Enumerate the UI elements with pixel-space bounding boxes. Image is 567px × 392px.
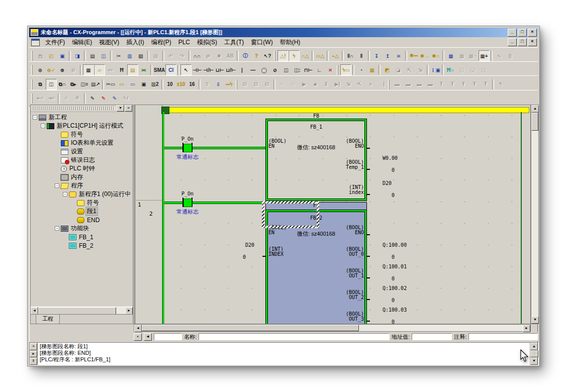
new-instruction-2-tool-button[interactable]: ◫: — [292, 64, 303, 75]
menu-item[interactable]: 窗口(W) — [247, 37, 276, 48]
align-list-button[interactable]: ≡ — [61, 93, 72, 104]
context-help-button[interactable]: ↖? — [262, 50, 273, 61]
binary-view-button[interactable]: ▥2 — [149, 79, 160, 90]
corner-tool-button[interactable]: ∟ — [314, 64, 325, 75]
drag-grip[interactable] — [32, 107, 115, 110]
tree-item[interactable]: 错误日志 — [31, 156, 133, 164]
scrollbar-thumb[interactable] — [142, 325, 359, 331]
expand-collapse-icon[interactable]: - — [55, 226, 59, 231]
tree-item[interactable]: FB_2 — [31, 241, 133, 250]
new-fb-invocation-tool-button[interactable]: ⊓⊢ — [303, 64, 314, 75]
tree-item[interactable]: 设置 — [31, 147, 133, 156]
copy-button[interactable]: ▥ — [124, 50, 135, 61]
scroll-left-button[interactable]: ◄ — [31, 307, 38, 315]
select-tool-button[interactable]: ↖ — [180, 64, 192, 75]
step-out-button[interactable]: ⇱ — [354, 79, 365, 90]
name-input[interactable] — [199, 333, 390, 340]
print-preview-button[interactable]: ◫ — [98, 50, 109, 61]
paste-button[interactable]: ▧ — [135, 50, 146, 61]
simulator-window-3-button[interactable]: ⊟ — [261, 79, 272, 90]
new-or-contact-tool-button[interactable]: ⊔⊢ — [214, 64, 225, 75]
fb-verify-button[interactable]: ✱∩ — [430, 50, 441, 61]
tree-item[interactable]: - 新PLC1[CP1H] 运行模式 — [31, 122, 133, 130]
show-symbol-bar-button[interactable]: ▤ — [127, 64, 138, 75]
set-on-button[interactable]: ⇱ — [404, 64, 415, 75]
symbol-comment-view-button[interactable]: CI — [165, 64, 176, 75]
monitor-button[interactable]: ϟ — [289, 50, 300, 61]
step-run-button[interactable]: ▶| — [332, 79, 343, 90]
rung-comment-edit-button[interactable]: ▣ — [138, 79, 149, 90]
show-rung-list-button[interactable]: ≔ — [105, 64, 116, 75]
tab-project[interactable]: 工程 — [36, 315, 60, 324]
scroll-left-button[interactable]: ◄ — [134, 325, 142, 332]
menu-item[interactable]: PLC — [175, 38, 194, 47]
mb-monitor-4-button[interactable]: ▬ — [425, 79, 436, 90]
force-on-button[interactable]: ◩ — [382, 64, 393, 75]
pin-operand[interactable]: Q:100.01 — [383, 264, 407, 269]
rung0-contact-label[interactable]: P_On — [165, 136, 210, 142]
step-in-button[interactable]: ⇲ — [343, 79, 354, 90]
tree-item[interactable]: PLC 时钟 — [31, 164, 133, 173]
tree-item[interactable]: 内存 — [31, 173, 133, 181]
expand-collapse-icon[interactable]: - — [63, 192, 67, 197]
close-button[interactable]: × — [528, 29, 537, 37]
new-or-closed-contact-tool-button[interactable]: ⊔/⊢ — [225, 64, 236, 75]
output-close-button[interactable]: × — [30, 343, 37, 350]
ladder-editor[interactable]: 1 2 P_On 常通标志 FB FB_1 微信: sz400168 (BOOL… — [134, 105, 531, 324]
scroll-up-button[interactable]: ▲ — [530, 343, 538, 350]
fb-edit-button[interactable]: ✂▭ — [105, 79, 116, 90]
data-trace-toolbar-button[interactable]: ≣ — [505, 50, 516, 61]
indent-right-button[interactable]: ⇥≡ — [46, 93, 57, 104]
rung0-contact-power-square[interactable] — [183, 144, 192, 152]
differential-monitor-button[interactable]: ∿ — [494, 50, 505, 61]
mb-monitor-1-button[interactable]: ▬ — [392, 79, 403, 90]
tree-item[interactable]: 段1 — [31, 207, 133, 216]
expand-collapse-icon[interactable]: - — [41, 124, 45, 128]
pen-red-button[interactable]: ✎ — [98, 93, 109, 104]
show-rung-wrap-button[interactable]: Ħ — [116, 64, 127, 75]
compare-with-plc-button[interactable]: ≍ — [393, 50, 404, 61]
online-edit-button[interactable]: ▭△ — [315, 50, 326, 61]
io-table-button[interactable]: ▦ — [445, 50, 456, 61]
workspace-close-button[interactable]: × — [125, 105, 132, 112]
workspace-header[interactable]: ▾ × — [31, 105, 133, 112]
mnemonics-view-button[interactable]: SMA — [153, 64, 165, 75]
io-table-transfer-button[interactable]: ▦ — [456, 50, 467, 61]
monitor-decimal-button[interactable]: 10 — [164, 79, 175, 90]
comment-input[interactable] — [468, 333, 538, 340]
align-list-2-button[interactable]: ≞ — [72, 93, 83, 104]
continuous-step-run-button[interactable]: » — [365, 79, 376, 90]
zoom-out-button[interactable]: ⊖ — [68, 64, 79, 75]
save-button[interactable]: ▣ — [57, 50, 68, 61]
monitor-run-button[interactable]: ϟ▭ — [340, 64, 351, 75]
horizontal-line-tool-button[interactable]: — — [247, 64, 258, 75]
mb-monitor-3-button[interactable]: ▬ — [414, 79, 425, 90]
monitor-data-1-button[interactable]: ◱ — [456, 64, 467, 75]
mdi-restore-button[interactable]: □ — [518, 38, 527, 46]
tree-item[interactable]: END — [31, 216, 133, 224]
io-table-monitor-button[interactable]: ▦∩ — [467, 50, 479, 61]
symbol-table-button[interactable]: ▭ — [116, 79, 127, 90]
pause-with-monitor-button[interactable]: ‖∩ — [345, 50, 356, 61]
transfer-down-button[interactable]: ⇩ — [213, 79, 224, 90]
rung-margin[interactable]: 1 2 — [135, 105, 162, 324]
pin-operand[interactable]: Q:100.03 — [383, 308, 407, 313]
workspace-horizontal-scrollbar[interactable]: ◄ ► — [31, 307, 133, 315]
menu-item[interactable]: 视图(V) — [96, 37, 123, 48]
undo-button[interactable]: ↶ — [165, 50, 176, 61]
help-button[interactable]: ? — [251, 50, 262, 61]
mb-monitor-2-button[interactable]: ▬ — [403, 79, 414, 90]
output-next-button[interactable]: ▸ — [30, 351, 37, 358]
online-edit-send-button[interactable]: ⎓ϟ — [224, 79, 235, 90]
watch-sheet-button[interactable]: ⧉∩ — [57, 79, 68, 90]
set-off-button[interactable]: ⇲ — [415, 64, 426, 75]
address-input[interactable] — [412, 333, 452, 340]
zoom-custom-button[interactable]: ⊙✓ — [46, 64, 57, 75]
tree-item[interactable]: - 程序 — [31, 181, 133, 190]
fieldbar-close-button[interactable]: × — [134, 333, 142, 341]
pen-blue-button[interactable]: ✎ — [109, 93, 120, 104]
pause-hand-button[interactable]: ☞ — [276, 79, 288, 90]
mdi-minimize-button[interactable]: _ — [508, 38, 517, 46]
tree-item[interactable]: IO表和单元设置 — [31, 139, 133, 147]
data-trace-button[interactable]: ◔ — [355, 64, 366, 75]
